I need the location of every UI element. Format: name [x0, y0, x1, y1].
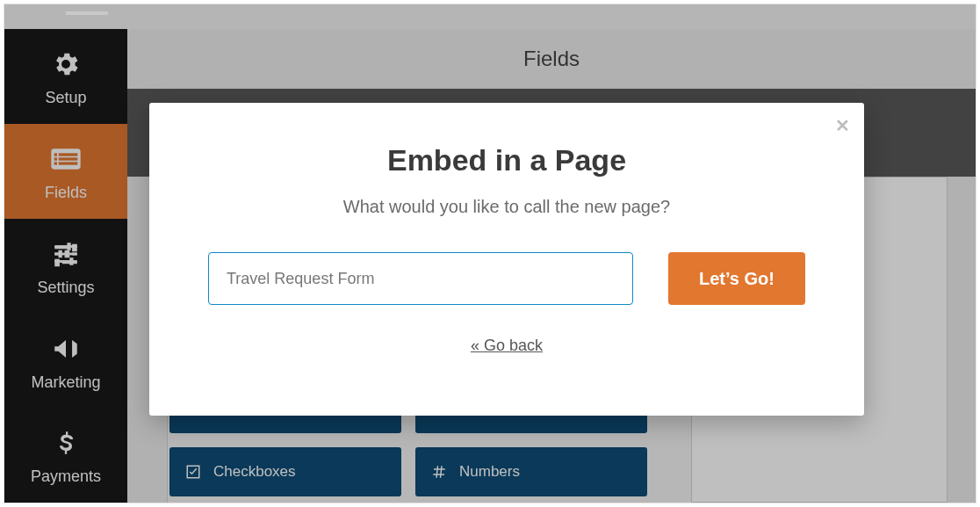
- lets-go-button[interactable]: Let’s Go!: [668, 252, 805, 305]
- top-bar: [4, 4, 976, 29]
- modal-title: Embed in a Page: [387, 143, 626, 177]
- page-name-input[interactable]: [208, 252, 633, 305]
- close-icon[interactable]: ✕: [835, 115, 850, 136]
- go-back-link[interactable]: « Go back: [471, 337, 543, 355]
- embed-modal: ✕ Embed in a Page What would you like to…: [149, 103, 864, 416]
- modal-subtitle: What would you like to call the new page…: [343, 197, 670, 217]
